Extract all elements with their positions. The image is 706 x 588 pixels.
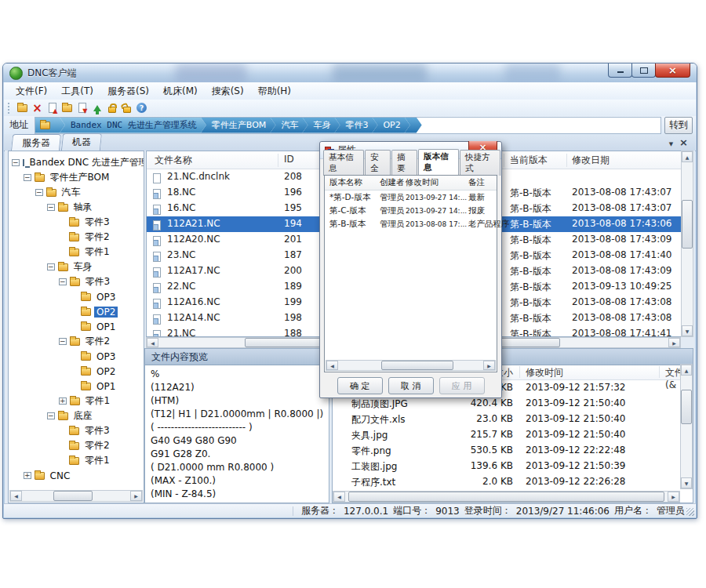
breadcrumb-item-root[interactable]: Bandex DNC 先进生产管理系统 (60, 118, 206, 133)
tree-item-part2[interactable]: 零件2 (9, 230, 144, 245)
menu-item-server[interactable]: 服务器(S) (100, 83, 156, 100)
scroll-up-icon[interactable] (682, 151, 693, 162)
tree-item-part2c[interactable]: 零件2 (9, 438, 144, 453)
tree-item-op2b[interactable]: OP2 (9, 364, 144, 379)
attachment-row[interactable]: 子程序.txt2.0 KB2013-09-12 22:26:28 (333, 474, 693, 490)
expand-icon[interactable] (24, 472, 31, 479)
tree-item-part1b[interactable]: 零件1 (9, 394, 144, 408)
attachment-row[interactable]: 工装图.jpg139.6 KB2013-09-12 21:50:39 (333, 459, 693, 474)
scroll-down-icon[interactable] (682, 325, 693, 336)
tree-item-op3[interactable]: OP3 (9, 289, 144, 304)
checkout-file-button[interactable]: ▼ (75, 101, 89, 114)
tab-server[interactable]: 服务器 (11, 134, 61, 151)
close-button[interactable] (655, 64, 690, 78)
col-version-name[interactable]: 版本名称 (329, 177, 362, 188)
menu-item-search[interactable]: 搜索(S) (205, 83, 251, 100)
col-file-name[interactable]: 文件名称 (155, 154, 192, 167)
attachments-horizontal-scrollbar[interactable] (333, 491, 680, 503)
attachment-row[interactable]: 夹具.jpg215.7 KB2013-09-12 21:50:40 (333, 427, 693, 443)
tab-version-info[interactable]: 版本信息 (418, 149, 459, 176)
collapse-icon[interactable] (35, 189, 43, 196)
scroll-left-icon[interactable] (326, 361, 338, 370)
expand-icon[interactable] (59, 397, 67, 405)
col-current-version[interactable]: 当前版本 (510, 154, 548, 167)
tree-item-bearing[interactable]: 轴承 (9, 200, 144, 215)
tree-item-op3b[interactable]: OP3 (9, 349, 144, 364)
tree-item-part2b[interactable]: 零件2 (9, 334, 144, 349)
scrollbar-thumb[interactable] (53, 491, 93, 501)
breadcrumb-folder-segment[interactable] (35, 118, 65, 133)
breadcrumb-item-op2[interactable]: OP2 (372, 118, 409, 133)
version-row[interactable]: 第-B-版本管理员2013-08-08 17:...老产品程序 (325, 217, 497, 230)
ok-button[interactable]: 确 定 (337, 377, 383, 394)
address-field[interactable]: Bandex DNC 先进生产管理系统 零件生产BOM 汽车 车身 零件3 OP… (35, 117, 661, 134)
menu-item-help[interactable]: 帮助(H) (251, 83, 298, 100)
tree-item-part3c[interactable]: 零件3 (9, 423, 144, 438)
scroll-right-icon[interactable] (668, 338, 680, 347)
scrollbar-thumb[interactable] (348, 492, 664, 502)
tree-item-cnc[interactable]: CNC (9, 468, 144, 483)
go-button[interactable]: 转到 (664, 117, 693, 134)
col-modify-time[interactable]: 修改时间 (406, 177, 439, 188)
file-list-vertical-scrollbar[interactable] (681, 151, 693, 337)
collapse-icon[interactable] (59, 338, 67, 345)
upload-button[interactable] (89, 101, 104, 114)
chevron-down-icon[interactable] (669, 137, 673, 148)
tab-security[interactable]: 安全 (365, 150, 391, 176)
tree-item-op2-selected[interactable]: OP2 (9, 304, 144, 319)
version-row[interactable]: 第-C-版本管理员2013-09-27 14:...报废 (325, 204, 497, 217)
tree-horizontal-scrollbar[interactable] (9, 490, 143, 502)
collapse-icon[interactable] (59, 278, 67, 285)
scroll-right-icon[interactable] (483, 361, 495, 370)
tab-shortcut[interactable]: 快捷方式 (460, 150, 500, 176)
breadcrumb-item-auto[interactable]: 汽车 (270, 118, 308, 133)
collapse-icon[interactable] (47, 263, 55, 270)
tree-item-op1b[interactable]: OP1 (9, 379, 144, 394)
col-modified-time[interactable]: 修改时间 (526, 366, 563, 379)
scroll-left-icon[interactable] (10, 491, 22, 501)
maximize-button[interactable] (631, 64, 656, 78)
tree-item-op1[interactable]: OP1 (9, 319, 144, 334)
checkin-file-button[interactable]: ▲ (45, 101, 60, 114)
scroll-right-icon[interactable] (130, 491, 142, 501)
menu-item-file[interactable]: 文件(F) (9, 83, 54, 100)
tree-item-part1[interactable]: 零件1 (9, 245, 144, 260)
breadcrumb-item-part3[interactable]: 零件3 (334, 118, 377, 133)
close-pane-icon[interactable] (679, 137, 688, 148)
collapse-icon[interactable] (12, 159, 20, 166)
cancel-button[interactable]: 取 消 (388, 377, 434, 394)
col-note[interactable]: 备注 (468, 177, 485, 188)
collapse-icon[interactable] (24, 174, 31, 181)
attachments-vertical-scrollbar[interactable] (680, 364, 693, 489)
scroll-right-icon[interactable] (668, 492, 679, 502)
tab-machine[interactable]: 机器 (61, 133, 102, 151)
version-row[interactable]: *第-D-版本管理员2013-09-27 14:...最新 (325, 191, 497, 204)
collapse-icon[interactable] (47, 412, 55, 419)
unlock-button[interactable] (119, 101, 134, 114)
tree-item-bom[interactable]: 零件生产BOM (9, 170, 144, 185)
scrollbar-thumb[interactable] (681, 390, 692, 424)
breadcrumb-item-bom[interactable]: 零件生产BOM (201, 118, 276, 133)
tree-item-carbody[interactable]: 车身 (9, 260, 144, 274)
breadcrumb-item-body[interactable]: 车身 (302, 118, 340, 133)
minimize-button[interactable] (608, 64, 632, 78)
tree-item-part3[interactable]: 零件3 (9, 215, 144, 230)
menu-item-machine[interactable]: 机床(M) (156, 83, 205, 100)
menu-item-tools[interactable]: 工具(T) (54, 83, 100, 100)
attachment-row[interactable]: 零件.png530.5 KB2013-09-12 22:22:48 (333, 443, 693, 459)
tree-item-part1c[interactable]: 零件1 (9, 453, 144, 468)
attachment-row[interactable]: 制品顶图.JPG420.4 KB2013-09-12 21:50:40 (333, 396, 693, 412)
scroll-left-icon[interactable] (147, 338, 158, 347)
resize-grip[interactable] (686, 508, 694, 516)
new-folder-button[interactable] (15, 101, 30, 114)
delete-button[interactable] (30, 101, 45, 114)
tree-item-root[interactable]: Bandex DNC 先进生产管理系统 (9, 155, 144, 170)
scroll-down-icon[interactable] (681, 477, 692, 488)
scrollbar-thumb[interactable] (682, 200, 693, 249)
tab-summary[interactable]: 摘要 (391, 150, 417, 176)
scroll-up-icon[interactable] (681, 365, 692, 376)
tab-basic-info[interactable]: 基本信息 (323, 150, 364, 176)
collapse-icon[interactable] (47, 204, 55, 211)
tree-item-auto[interactable]: 汽车 (9, 185, 144, 200)
col-modified-date[interactable]: 修改日期 (572, 154, 610, 167)
